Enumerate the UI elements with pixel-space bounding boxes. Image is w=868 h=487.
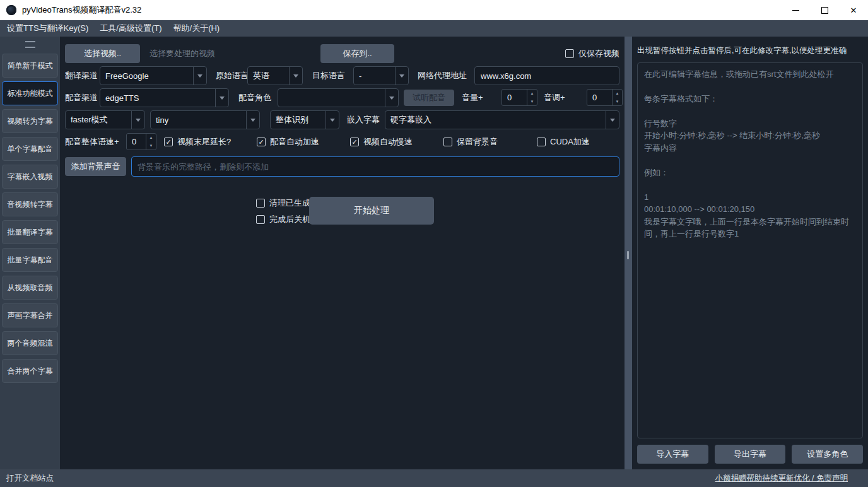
statusbar: 打开文档站点 小额捐赠帮助待续更新优化 / 免责声明 xyxy=(0,469,868,487)
sidebar-item-batch-translate[interactable]: 批量翻译字幕 xyxy=(2,220,58,244)
panel-splitter[interactable] xyxy=(625,37,632,469)
cuda-accel-checkbox[interactable]: CUDA加速 xyxy=(537,132,590,151)
chevron-down-icon xyxy=(606,111,619,129)
row-start: 清理已生成 完成后关机 开始处理 xyxy=(60,196,625,226)
close-button[interactable]: ✕ xyxy=(839,0,868,20)
row-dubbing: 配音渠道 edgeTTS 配音角色 试听配音 音量+ ▲▼ 音调+ xyxy=(60,88,625,107)
sidebar-drag-handle-icon[interactable] xyxy=(25,41,35,48)
speed-input[interactable] xyxy=(127,134,146,150)
chevron-down-icon xyxy=(289,67,302,85)
tts-channel-value: edgeTTS xyxy=(100,89,215,107)
sidebar-item-embed-subtitle[interactable]: 字幕嵌入视频 xyxy=(2,165,58,189)
cleanup-generated-checkbox[interactable]: 清理已生成 xyxy=(256,197,310,209)
embed-subtitle-label: 嵌入字幕 xyxy=(347,110,380,129)
menu-tts-translate-key[interactable]: 设置TTS与翻译Key(S) xyxy=(1,23,94,34)
embed-subtitle-select[interactable]: 硬字幕嵌入 xyxy=(385,110,619,129)
maximize-icon xyxy=(821,7,828,14)
sidebar-item-single-subtitle-dub[interactable]: 单个字幕配音 xyxy=(2,137,58,161)
speed-stepper[interactable]: ▲▼ xyxy=(126,133,156,150)
checkbox-checked-icon xyxy=(164,138,173,146)
tts-channel-label: 配音渠道 xyxy=(65,88,98,107)
sidebar-item-mix-audio[interactable]: 两个音频混流 xyxy=(2,331,58,355)
sidebar-item-merge-subtitles[interactable]: 合并两个字幕 xyxy=(2,359,58,383)
video-tail-extend-checkbox[interactable]: 视频末尾延长? xyxy=(164,132,231,151)
model-mode-value: faster模式 xyxy=(66,111,131,129)
chevron-down-icon xyxy=(193,67,206,85)
checkbox-icon xyxy=(443,138,452,146)
source-lang-select[interactable]: 英语 xyxy=(247,66,303,85)
listen-dub-button[interactable]: 试听配音 xyxy=(404,90,454,106)
menu-tools-advanced[interactable]: 工具/高级设置(T) xyxy=(94,23,167,34)
multi-role-button[interactable]: 设置多角色 xyxy=(792,445,863,464)
chevron-down-icon xyxy=(131,111,144,129)
subtitle-panel: 出现暂停按钮并点击暂停后,可在此修改字幕,以便处理更准确 在此可编辑字幕信息，或… xyxy=(632,37,868,469)
source-lang-value: 英语 xyxy=(248,67,289,85)
proxy-input[interactable] xyxy=(474,66,619,85)
video-auto-slowdown-checkbox[interactable]: 视频自动慢速 xyxy=(350,132,413,151)
save-to-button[interactable]: 保存到.. xyxy=(320,44,394,63)
target-lang-value: - xyxy=(354,67,395,85)
spinner-arrows-icon[interactable]: ▲▼ xyxy=(146,134,156,150)
tts-channel-select[interactable]: edgeTTS xyxy=(100,88,229,107)
sidebar-item-merge-av-subtitle[interactable]: 声画字幕合并 xyxy=(2,303,58,327)
voice-role-select[interactable] xyxy=(278,88,399,107)
video-tail-extend-label: 视频末尾延长? xyxy=(177,136,231,148)
spinner-arrows-icon[interactable]: ▲▼ xyxy=(612,90,622,105)
model-select[interactable]: tiny xyxy=(150,110,260,129)
select-video-hint: 选择要处理的视频 xyxy=(150,44,215,63)
add-background-audio-button[interactable]: 添加背景声音 xyxy=(65,157,126,176)
shutdown-after-label: 完成后关机 xyxy=(269,214,310,225)
sidebar-item-standard-mode[interactable]: 标准功能模式 xyxy=(2,81,58,105)
row-source: 选择视频.. 选择要处理的视频 保存到.. 仅保存视频 xyxy=(60,44,625,63)
dub-auto-speedup-label: 配音自动加速 xyxy=(270,136,319,148)
sidebar-item-video-to-subtitle[interactable]: 视频转为字幕 xyxy=(2,109,58,133)
proxy-label: 网络代理地址 xyxy=(418,66,467,85)
window-title: pyVideoTrans视频翻译配音v2.32 xyxy=(22,4,141,16)
donate-disclaimer-link[interactable]: 小额捐赠帮助待续更新优化 / 免责声明 xyxy=(715,473,848,484)
voice-role-value xyxy=(278,89,385,107)
select-video-button[interactable]: 选择视频.. xyxy=(65,44,140,63)
app-window: pyVideoTrans视频翻译配音v2.32 ✕ 设置TTS与翻译Key(S)… xyxy=(0,0,868,487)
volume-input[interactable] xyxy=(502,90,527,105)
background-music-path-input[interactable] xyxy=(131,156,619,177)
volume-stepper[interactable]: ▲▼ xyxy=(501,89,537,106)
chevron-down-icon xyxy=(215,89,228,107)
start-processing-button[interactable]: 开始处理 xyxy=(309,197,434,225)
subtitle-editor[interactable]: 在此可编辑字幕信息，或拖动已有srt文件到此处松开 每条字幕格式如下： 行号数字… xyxy=(637,62,863,438)
pitch-stepper[interactable]: ▲▼ xyxy=(587,89,623,106)
translate-channel-select[interactable]: FreeGoogle xyxy=(100,66,207,85)
row-options: 配音整体语速+ ▲▼ 视频末尾延长? 配音自动加速 视频自动慢速 xyxy=(60,132,625,151)
source-lang-label: 原始语言 xyxy=(216,66,249,85)
sidebar-item-extract-audio[interactable]: 从视频取音频 xyxy=(2,276,58,300)
keep-background-audio-checkbox[interactable]: 保留背景音 xyxy=(443,132,498,151)
checkbox-icon xyxy=(565,49,574,58)
import-subtitle-button[interactable]: 导入字幕 xyxy=(637,445,708,464)
checkbox-icon xyxy=(256,215,265,224)
subtitle-panel-hint: 出现暂停按钮并点击暂停后,可在此修改字幕,以便处理更准确 xyxy=(637,45,863,56)
cuda-accel-label: CUDA加速 xyxy=(550,136,590,148)
sidebar-item-batch-dub[interactable]: 批量字幕配音 xyxy=(2,248,58,272)
dub-auto-speedup-checkbox[interactable]: 配音自动加速 xyxy=(257,132,319,151)
minimize-button[interactable] xyxy=(781,0,810,20)
sidebar: 简单新手模式 标准功能模式 视频转为字幕 单个字幕配音 字幕嵌入视频 音视频转字… xyxy=(0,37,60,469)
recognition-type-select[interactable]: 整体识别 xyxy=(270,110,339,129)
sidebar-item-simple-mode[interactable]: 简单新手模式 xyxy=(2,54,58,78)
menu-help-about[interactable]: 帮助/关于(H) xyxy=(168,23,226,34)
model-mode-select[interactable]: faster模式 xyxy=(65,110,145,129)
maximize-button[interactable] xyxy=(810,0,839,20)
minimize-icon xyxy=(792,10,799,11)
spinner-arrows-icon[interactable]: ▲▼ xyxy=(527,90,537,105)
cleanup-generated-label: 清理已生成 xyxy=(269,197,310,209)
pitch-input[interactable] xyxy=(587,90,612,105)
sidebar-item-av-to-subtitle[interactable]: 音视频转字幕 xyxy=(2,192,58,216)
subtitle-buttons: 导入字幕 导出字幕 设置多角色 xyxy=(637,445,863,464)
shutdown-after-checkbox[interactable]: 完成后关机 xyxy=(256,213,310,226)
volume-label: 音量+ xyxy=(462,88,483,107)
target-lang-select[interactable]: - xyxy=(353,66,409,85)
close-icon: ✕ xyxy=(850,6,857,15)
checkbox-checked-icon xyxy=(350,138,359,146)
export-subtitle-button[interactable]: 导出字幕 xyxy=(715,445,786,464)
open-docs-link[interactable]: 打开文档站点 xyxy=(6,473,54,484)
only-save-video-checkbox[interactable]: 仅保存视频 xyxy=(565,44,619,63)
checkbox-icon xyxy=(537,138,546,146)
